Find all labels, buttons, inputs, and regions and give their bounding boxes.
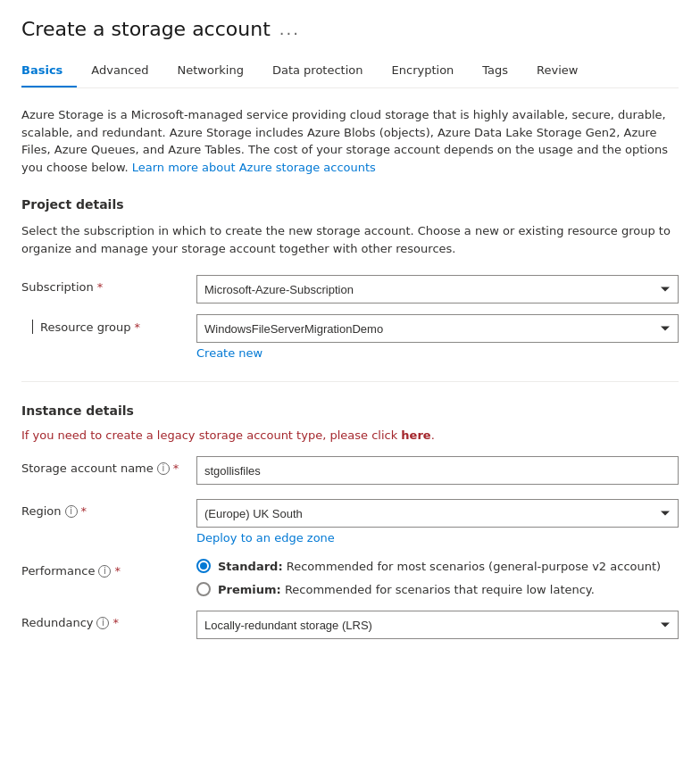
subscription-row: Subscription * Microsoft-Azure-Subscript… (21, 275, 679, 304)
region-select[interactable]: (Europe) UK South (196, 499, 679, 528)
subscription-select[interactable]: Microsoft-Azure-Subscription (196, 275, 679, 304)
section-divider (21, 381, 679, 382)
tab-encryption[interactable]: Encryption (378, 54, 469, 87)
redundancy-select-wrapper: Locally-redundant storage (LRS) (196, 611, 679, 639)
tab-review[interactable]: Review (522, 54, 592, 87)
region-control: (Europe) UK South Deploy to an edge zone (196, 499, 679, 545)
resource-group-label: Resource group * (40, 320, 140, 334)
page-title-dots: ... (279, 20, 300, 38)
performance-standard-option[interactable]: Standard: Recommended for most scenarios… (196, 559, 679, 573)
resource-group-select[interactable]: WindowsFileServerMigrationDemo (196, 314, 679, 343)
page-description: Azure Storage is a Microsoft-managed ser… (21, 106, 679, 176)
performance-radio-group: Standard: Recommended for most scenarios… (196, 559, 679, 596)
performance-info-icon[interactable]: i (98, 565, 111, 578)
instance-details-title: Instance details (21, 403, 679, 418)
storage-account-name-control (196, 456, 679, 485)
project-details-desc: Select the subscription in which to crea… (21, 222, 679, 257)
tab-basics[interactable]: Basics (21, 54, 77, 87)
region-row: Region i * (Europe) UK South Deploy to a… (21, 499, 679, 545)
project-details-section: Project details Select the subscription … (21, 197, 679, 360)
redundancy-label: Redundancy i * (21, 611, 182, 629)
tab-networking[interactable]: Networking (163, 54, 258, 87)
instance-details-section: Instance details If you need to create a… (21, 403, 679, 639)
redundancy-info-icon[interactable]: i (96, 617, 109, 629)
storage-account-name-row: Storage account name i * (21, 456, 679, 485)
create-new-resource-group-link[interactable]: Create new (196, 346, 679, 360)
subscription-select-wrapper: Microsoft-Azure-Subscription (196, 275, 679, 304)
subscription-control: Microsoft-Azure-Subscription (196, 275, 679, 304)
resource-group-label-area: Resource group * (21, 314, 182, 334)
page-title: Create a storage account ... (21, 18, 679, 40)
tab-navigation: Basics Advanced Networking Data protecti… (21, 54, 679, 88)
tab-data-protection[interactable]: Data protection (258, 54, 378, 87)
page-title-text: Create a storage account (21, 18, 271, 40)
performance-row: Performance i * Standard: Recommended fo… (21, 559, 679, 596)
tab-advanced[interactable]: Advanced (77, 54, 162, 87)
tab-tags[interactable]: Tags (468, 54, 522, 87)
resource-group-select-wrapper: WindowsFileServerMigrationDemo (196, 314, 679, 343)
deploy-edge-zone-link[interactable]: Deploy to an edge zone (196, 531, 679, 545)
redundancy-control: Locally-redundant storage (LRS) (196, 611, 679, 639)
resource-group-row: Resource group * WindowsFileServerMigrat… (21, 314, 679, 343)
performance-premium-radio[interactable] (196, 582, 211, 596)
redundancy-row: Redundancy i * Locally-redundant storage… (21, 611, 679, 639)
legacy-notice: If you need to create a legacy storage a… (21, 428, 679, 442)
storage-name-info-icon[interactable]: i (157, 462, 170, 475)
redundancy-select[interactable]: Locally-redundant storage (LRS) (196, 611, 679, 639)
project-details-title: Project details (21, 197, 679, 212)
storage-account-name-input[interactable] (196, 456, 679, 485)
resource-group-control: WindowsFileServerMigrationDemo (196, 314, 679, 343)
legacy-link[interactable]: here (401, 428, 430, 442)
performance-control: Standard: Recommended for most scenarios… (196, 559, 679, 596)
region-select-wrapper: (Europe) UK South (196, 499, 679, 528)
performance-premium-option[interactable]: Premium: Recommended for scenarios that … (196, 582, 679, 596)
region-info-icon[interactable]: i (65, 505, 78, 518)
region-label: Region i * (21, 499, 182, 518)
learn-more-link[interactable]: Learn more about Azure storage accounts (132, 161, 376, 174)
subscription-label: Subscription * (21, 275, 182, 294)
subscription-required: * (97, 280, 104, 294)
performance-standard-radio[interactable] (196, 559, 211, 573)
performance-label: Performance i * (21, 559, 182, 578)
storage-account-name-label: Storage account name i * (21, 456, 182, 475)
